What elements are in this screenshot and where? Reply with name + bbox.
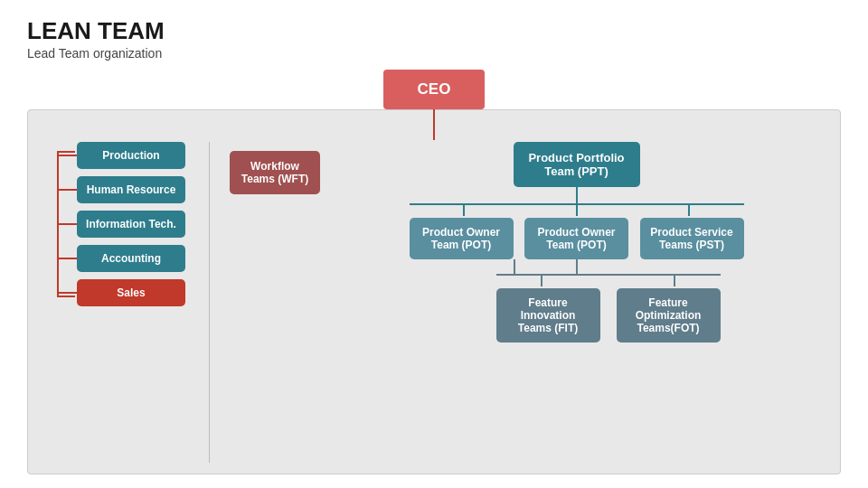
fit-hline [496, 274, 721, 276]
pot-col-1: Product Owner Team (POT) [410, 218, 514, 259]
fit-boxes-row: Feature Innovation Teams (FIT) Feature O… [496, 288, 721, 343]
fit-box: Feature Innovation Teams (FIT) [496, 288, 600, 343]
pst-box: Product Service Teams (PST) [640, 218, 744, 259]
fit-fit-section: Feature Innovation Teams (FIT) Feature O… [527, 274, 744, 343]
right-panel: Product Portfolio Team (PPT) [329, 142, 824, 343]
ppt-box: Product Portfolio Team (PPT) [514, 142, 640, 187]
ceo-label: CEO [418, 80, 451, 98]
left-item-production: Production [77, 142, 185, 169]
page: LEAN TEAM Lead Team organization CEO Pro… [0, 0, 868, 488]
pot-row: Product Owner Team (POT) Product Owner T… [410, 218, 744, 259]
page-subtitle: Lead Team organization [27, 46, 841, 61]
left-item-accounting: Accounting [77, 245, 185, 272]
page-title: LEAN TEAM [27, 18, 841, 44]
left-item-hr: Human Resource [77, 176, 185, 203]
pot-col-3: Product Service Teams (PST) [640, 218, 744, 259]
ceo-row: CEO [27, 70, 841, 109]
pot-col-2: Product Owner Team (POT) [524, 218, 628, 259]
org-area: Production Human Resource Information Te… [27, 109, 841, 474]
ppt-down-line [576, 187, 578, 203]
middle-panel: Workflow Teams (WFT) [221, 142, 329, 194]
pot-box-1: Product Owner Team (POT) [410, 218, 514, 259]
left-item-sales: Sales [77, 279, 185, 306]
ceo-box: CEO [383, 70, 486, 109]
fit-row: Feature Innovation Teams (FIT) Feature O… [410, 274, 744, 343]
wft-box: Workflow Teams (WFT) [230, 151, 320, 194]
fot-box: Feature Optimization Teams(FOT) [617, 288, 721, 343]
top-row: Production Human Resource Information Te… [44, 142, 824, 463]
panel-divider [209, 142, 210, 463]
ppt-hline [410, 203, 744, 205]
fit-connector-area [410, 259, 744, 274]
ppt-section: Product Portfolio Team (PPT) [410, 142, 744, 343]
left-panel: Production Human Resource Information Te… [44, 142, 198, 306]
pot-box-2: Product Owner Team (POT) [524, 218, 628, 259]
left-item-it: Information Tech. [77, 211, 185, 238]
